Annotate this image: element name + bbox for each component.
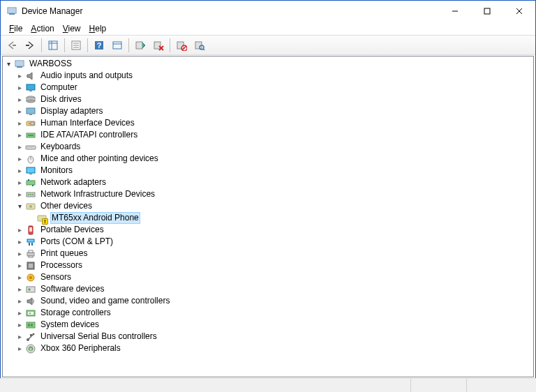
expander-icon[interactable]: ▸ xyxy=(14,70,25,82)
category-node[interactable]: ▸Software devices xyxy=(3,283,533,295)
category-node[interactable]: ▸Sensors xyxy=(3,271,533,283)
category-node[interactable]: ▸Xbox 360 Peripherals xyxy=(3,342,533,354)
category-label: Audio inputs and outputs xyxy=(39,70,134,82)
expander-icon[interactable]: ▸ xyxy=(14,271,25,283)
category-node[interactable]: ▾Other devices xyxy=(3,200,533,212)
category-node[interactable]: ▸IDE ATA/ATAPI controllers xyxy=(3,129,533,141)
expander-icon[interactable]: ▸ xyxy=(14,82,25,93)
net-icon xyxy=(25,177,36,188)
toolbar-show-hide-tree-button[interactable] xyxy=(45,38,61,53)
menu-view[interactable]: View xyxy=(59,23,85,34)
expander-icon[interactable]: ▸ xyxy=(14,307,25,319)
device-tree[interactable]: ▾WARBOSS▸Audio inputs and outputs▸Comput… xyxy=(2,56,534,377)
statusbar xyxy=(0,378,536,392)
usb-icon xyxy=(25,331,36,342)
menu-help[interactable]: Help xyxy=(85,23,111,34)
svg-line-29 xyxy=(203,49,204,50)
maximize-button[interactable] xyxy=(471,1,503,22)
category-node[interactable]: ▸Disk drives xyxy=(3,93,533,105)
category-node[interactable]: ▸Display adapters xyxy=(3,105,533,117)
expander-icon[interactable]: ▾ xyxy=(14,200,25,212)
toolbar-forward-button[interactable] xyxy=(22,38,38,53)
expander-icon[interactable]: ▸ xyxy=(14,93,25,105)
category-node[interactable]: ▸Audio inputs and outputs xyxy=(3,70,533,82)
category-node[interactable]: ▸Network Infrastructure Devices xyxy=(3,188,533,200)
expander-icon[interactable]: ▸ xyxy=(14,283,25,295)
category-node[interactable]: ▸Portable Devices xyxy=(3,224,533,236)
app-icon xyxy=(6,6,17,17)
category-label: Network Infrastructure Devices xyxy=(39,188,156,200)
expander-icon[interactable]: ▸ xyxy=(14,153,25,165)
category-node[interactable]: ▸Mice and other pointing devices xyxy=(3,153,533,165)
toolbar-disable-button[interactable] xyxy=(173,38,190,53)
category-node[interactable]: ▸Keyboards xyxy=(3,141,533,153)
expander-icon[interactable]: ▸ xyxy=(14,342,25,354)
category-node[interactable]: ▸Universal Serial Bus controllers xyxy=(3,331,533,342)
toolbar: ? xyxy=(1,36,535,55)
expander-icon[interactable]: ▸ xyxy=(14,165,25,176)
category-node[interactable]: ▸Print queues xyxy=(3,248,533,259)
expander-icon[interactable]: ▸ xyxy=(14,331,25,342)
category-node[interactable]: ▸Monitors xyxy=(3,165,533,176)
menubar: File Action View Help xyxy=(1,22,535,36)
expander-icon[interactable]: ▸ xyxy=(14,236,25,248)
expander-icon[interactable]: ▸ xyxy=(14,129,25,141)
software-icon xyxy=(25,284,36,295)
category-node[interactable]: ▸System devices xyxy=(3,319,533,331)
toolbar-scan-button[interactable] xyxy=(191,38,208,53)
cpu-icon xyxy=(25,260,36,271)
category-label: Mice and other pointing devices xyxy=(39,153,160,165)
toolbar-help-button[interactable]: ? xyxy=(91,38,107,53)
device-node[interactable]: !MT65xx Android Phone xyxy=(3,212,533,224)
expander-icon[interactable]: ▸ xyxy=(14,224,25,236)
unknown-icon: ! xyxy=(36,213,47,224)
expander-icon[interactable]: ▸ xyxy=(14,248,25,259)
category-label: Disk drives xyxy=(39,93,83,105)
expander-icon[interactable]: ▸ xyxy=(14,141,25,153)
category-node[interactable]: ▸Storage controllers xyxy=(3,307,533,319)
display-icon xyxy=(25,106,36,117)
sensor-icon xyxy=(25,272,36,283)
tree-root-node[interactable]: ▾WARBOSS xyxy=(3,58,533,70)
ide-icon xyxy=(25,130,36,141)
hid-icon xyxy=(25,118,36,129)
toolbar-back-button[interactable] xyxy=(3,38,20,53)
toolbar-properties-button[interactable] xyxy=(68,38,84,53)
svg-rect-1 xyxy=(9,13,15,15)
toolbar-uninstall-button[interactable] xyxy=(150,38,167,53)
category-label: Sensors xyxy=(39,271,73,283)
svg-rect-2 xyxy=(8,8,15,13)
expander-icon[interactable]: ▸ xyxy=(14,117,25,129)
menu-file[interactable]: File xyxy=(5,23,27,34)
expander-icon[interactable]: ▸ xyxy=(14,259,25,271)
category-label: Human Interface Devices xyxy=(39,117,136,129)
category-node[interactable]: ▸Computer xyxy=(3,82,533,93)
toolbar-action-button[interactable] xyxy=(109,38,126,53)
category-label: Portable Devices xyxy=(39,224,105,236)
expander-icon[interactable]: ▸ xyxy=(14,176,25,188)
expander-icon[interactable]: ▸ xyxy=(14,188,25,200)
expander-icon[interactable]: ▾ xyxy=(3,58,14,70)
svg-rect-18 xyxy=(113,42,121,49)
menu-action[interactable]: Action xyxy=(27,23,58,34)
minimize-button[interactable] xyxy=(439,1,471,22)
category-node[interactable]: ▸Sound, video and game controllers xyxy=(3,295,533,307)
close-button[interactable] xyxy=(503,1,535,22)
xbox-icon xyxy=(25,343,36,354)
expander-icon[interactable]: ▸ xyxy=(14,319,25,331)
netinfra-icon xyxy=(25,189,36,200)
category-node[interactable]: ▸Human Interface Devices xyxy=(3,117,533,129)
svg-rect-9 xyxy=(49,41,57,50)
category-node[interactable]: ▸Ports (COM & LPT) xyxy=(3,236,533,248)
category-label: Computer xyxy=(39,82,79,93)
category-label: Storage controllers xyxy=(39,307,112,319)
category-node[interactable]: ▸Processors xyxy=(3,259,533,271)
expander-icon[interactable]: ▸ xyxy=(14,295,25,307)
category-label: Ports (COM & LPT) xyxy=(39,236,114,248)
speaker-icon xyxy=(25,70,36,82)
svg-rect-4 xyxy=(484,8,490,14)
svg-rect-7 xyxy=(13,45,16,46)
toolbar-update-driver-button[interactable] xyxy=(132,38,149,53)
expander-icon[interactable]: ▸ xyxy=(14,105,25,117)
category-node[interactable]: ▸Network adapters xyxy=(3,176,533,188)
